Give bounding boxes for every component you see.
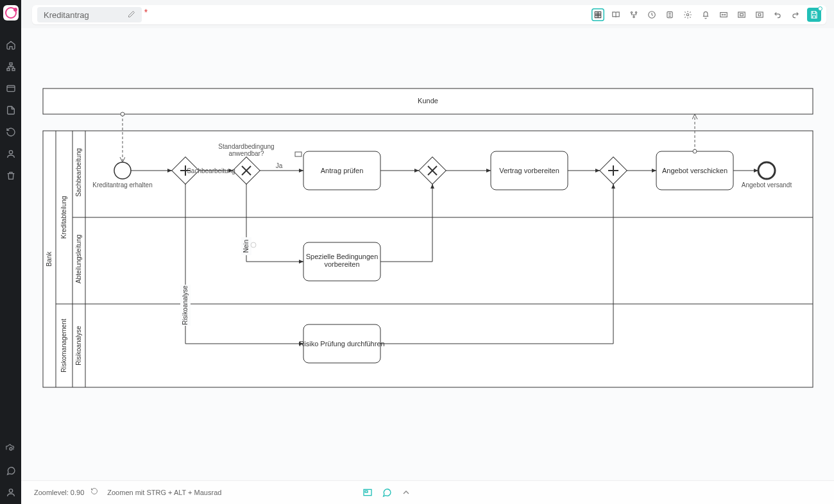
edit-title-icon[interactable] [128, 10, 135, 20]
unsaved-indicator: * [144, 7, 148, 17]
task-angebot-label: Angebot verschicken [662, 167, 728, 174]
task-risiko-pruefung[interactable]: Risiko Prüfung durchführen [299, 324, 384, 363]
redo-icon[interactable] [789, 8, 802, 21]
book-icon[interactable] [609, 8, 622, 21]
svg-point-8 [631, 12, 632, 13]
status-bar: Zoomlevel: 0.90 Zoomen mit STRG + ALT + … [21, 480, 834, 504]
flow-gw2-yes-label: Ja [276, 162, 283, 169]
user-icon[interactable] [6, 487, 16, 498]
task-antrag-pruefen[interactable]: Antrag prüfen [295, 151, 380, 190]
diagram-canvas[interactable]: Kunde Bank Kreditabteilung Sachbearbeitu… [21, 28, 834, 481]
gear-icon[interactable] [681, 8, 694, 21]
grid-view-icon[interactable] [591, 8, 604, 21]
users-icon[interactable] [6, 149, 16, 159]
minimap-icon[interactable] [362, 487, 373, 498]
clock-icon[interactable] [645, 8, 658, 21]
lane-riskmgmt-label: Riskomanagement [60, 319, 67, 373]
pool-bank-label: Bank [46, 251, 53, 267]
lane-abteilungsleitung-label: Abteilungsleitung [75, 235, 82, 283]
document-title-chip[interactable]: Kreditantrag [37, 7, 142, 22]
undo-icon[interactable] [771, 8, 784, 21]
pool-customer-label: Kunde [418, 97, 438, 105]
server-icon[interactable] [663, 8, 676, 21]
document-icon[interactable] [6, 105, 16, 115]
lane-credit-label: Kreditabteilung [60, 196, 67, 239]
svg-point-6 [9, 489, 12, 492]
toolbar [591, 8, 821, 22]
svg-rect-0 [10, 63, 12, 65]
left-sidebar [0, 0, 21, 504]
bell-icon[interactable] [699, 8, 712, 21]
svg-point-13 [686, 13, 689, 16]
lane-risikoanalyse-label: Risikoanalyse [75, 326, 82, 365]
comments-icon[interactable] [382, 487, 392, 498]
branch-icon[interactable] [627, 8, 640, 21]
svg-rect-2 [12, 69, 15, 71]
svg-point-47 [251, 242, 256, 248]
fit-width-icon[interactable] [717, 8, 730, 21]
chevron-up-icon[interactable] [401, 487, 411, 498]
refresh-icon[interactable] [6, 127, 16, 137]
fit-screen-icon[interactable] [735, 8, 748, 21]
task-vertrag-label: Vertrag vorbereiten [499, 167, 559, 174]
svg-rect-49 [365, 491, 368, 492]
svg-point-5 [10, 448, 12, 450]
svg-rect-15 [738, 12, 745, 17]
task-spezielle-bedingungen[interactable]: Spezielle Bedingungenvorbereiten [303, 242, 380, 281]
svg-point-42 [758, 162, 775, 179]
hierarchy-icon[interactable] [6, 62, 16, 72]
svg-point-26 [114, 162, 131, 179]
lane-sachbearbeitung-label: Sachbearbeitung [75, 148, 82, 197]
home-icon[interactable] [6, 40, 16, 50]
start-event-label: Kreditantrag erhalten [92, 181, 152, 189]
collapse-icon[interactable] [753, 8, 766, 21]
chat-icon[interactable] [6, 466, 16, 476]
svg-rect-7 [595, 12, 600, 17]
task-risiko-label: Risiko Prüfung durchführen [299, 340, 384, 348]
svg-rect-3 [7, 85, 15, 91]
window-icon[interactable] [6, 83, 16, 94]
settings-icon[interactable] [6, 444, 16, 454]
svg-rect-17 [756, 12, 763, 17]
end-event-label: Angebot versandt [742, 181, 792, 189]
save-button[interactable] [807, 8, 821, 22]
flow-risk-label: Risikoanalyse [182, 285, 189, 325]
document-title: Kreditantrag [44, 10, 89, 20]
svg-rect-1 [7, 69, 10, 71]
pool-customer[interactable]: Kunde [43, 88, 813, 114]
trash-icon[interactable] [6, 171, 16, 181]
svg-point-10 [633, 16, 634, 17]
zoom-reset-icon[interactable] [90, 487, 101, 498]
task-angebot-verschicken[interactable]: Angebot verschicken [656, 151, 733, 190]
svg-point-9 [635, 12, 636, 13]
svg-rect-16 [740, 13, 744, 16]
task-vertrag-vorbereiten[interactable]: Vertrag vorbereiten [491, 151, 568, 190]
app-logo[interactable] [3, 5, 19, 21]
topbar: Kreditantrag * [32, 5, 826, 24]
zoom-hint: Zoomen mit STRG + ALT + Mausrad [107, 489, 221, 496]
svg-point-4 [9, 151, 12, 154]
zoom-level: Zoomlevel: 0.90 [34, 489, 84, 496]
task-antrag-label: Antrag prüfen [321, 167, 364, 174]
flow-gw2-no-label: Nein [243, 240, 250, 253]
